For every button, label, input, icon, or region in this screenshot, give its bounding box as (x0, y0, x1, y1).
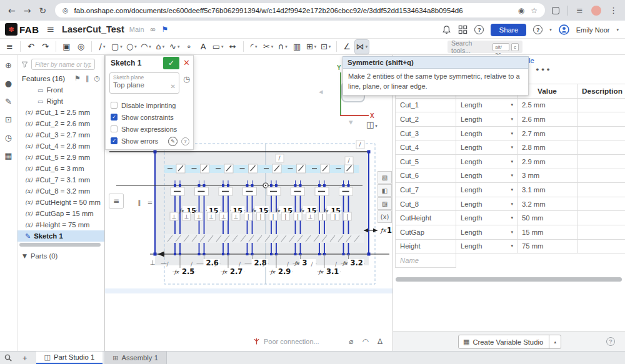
chevron-down-icon[interactable]: ▾ (271, 44, 274, 49)
slot-width-dimension[interactable]: 2.6 (206, 258, 219, 267)
var-desc-cell[interactable] (577, 210, 625, 225)
slot-width-dimension[interactable]: 3.1 (326, 267, 339, 276)
sketch-plane-value[interactable]: Top plane (113, 81, 176, 89)
var-value-cell[interactable]: 3.1 mm (517, 182, 578, 197)
chevron-down-icon[interactable]: ▾ (511, 187, 513, 192)
var-type-cell[interactable]: Length▾ (456, 98, 518, 113)
insert-image-button[interactable]: ⊡▾ (319, 40, 332, 54)
checkbox-row[interactable]: Disable imprinting (111, 99, 191, 111)
slot-button[interactable]: ▭▾ (211, 40, 225, 54)
pattern-button[interactable]: ▥ (291, 40, 304, 54)
suppress-icon[interactable]: ‖ (86, 74, 89, 82)
tables-icon[interactable]: ▦ (4, 152, 12, 160)
protractor-icon[interactable]: ◠ (362, 337, 368, 346)
var-desc-cell[interactable] (577, 197, 625, 212)
offset-button[interactable]: ∩▾ (276, 40, 289, 54)
parts-section[interactable]: ▼ Parts (0) (18, 249, 104, 263)
render-mode-icon[interactable]: ▧ (378, 171, 392, 184)
features-scrollbar[interactable] (19, 243, 101, 247)
chevron-down-icon[interactable]: ▾ (511, 230, 513, 235)
onshape-logo[interactable]: ✽ (5, 23, 18, 36)
checkbox-row[interactable]: Show expressions (111, 123, 191, 135)
rotate-left-arrow-icon[interactable]: ◂ (319, 87, 323, 96)
checkbox-checked[interactable]: ✓ (111, 114, 118, 121)
chevron-down-icon[interactable]: ▾ (178, 44, 180, 49)
notes-icon[interactable]: ✎ (5, 97, 12, 106)
chevron-down-icon[interactable]: ▾ (511, 215, 513, 220)
rotate-down-arrow-icon[interactable]: ▾ (349, 117, 353, 127)
var-desc-cell[interactable] (577, 112, 625, 127)
feature-item[interactable]: ✎Sketch 1 (18, 230, 104, 242)
var-name-cell[interactable]: Cut_5 (395, 154, 456, 169)
var-name-cell[interactable]: CutGap (395, 225, 456, 240)
var-value-cell[interactable]: 2.8 mm (517, 140, 578, 155)
chevron-down-icon[interactable]: ▾ (511, 145, 513, 150)
user-name[interactable]: Emily Noor (576, 26, 610, 34)
var-name-cell[interactable]: Cut_3 (395, 126, 456, 141)
spline-button[interactable]: ∿▾ (168, 40, 181, 54)
var-value-cell[interactable]: 2.6 mm (517, 112, 578, 127)
checkbox-checked[interactable]: ✓ (111, 137, 118, 144)
var-type-cell[interactable]: Length▾ (456, 182, 518, 197)
checkbox-unchecked[interactable] (111, 125, 118, 132)
undo-button[interactable]: ↶ (24, 40, 38, 54)
var-value-cell[interactable]: 2.5 mm (517, 98, 578, 113)
var-type-cell[interactable]: Length▾ (456, 239, 518, 254)
checkbox-row[interactable]: ✓Show constraints (111, 111, 191, 123)
checkbox-unchecked[interactable] (111, 102, 118, 109)
var-value-cell[interactable]: 75 mm (517, 239, 578, 254)
feature-item[interactable]: ▭Front (18, 84, 104, 96)
point-button[interactable]: ∘ (182, 40, 196, 54)
chevron-down-icon[interactable]: ▾ (511, 173, 513, 178)
var-desc-cell[interactable] (577, 239, 625, 254)
slot-width-dimension[interactable]: 2.5 (182, 267, 194, 276)
feature-item[interactable]: (x)#Cut_6 = 3 mm (18, 163, 104, 174)
chevron-down-icon[interactable]: ▾ (255, 44, 258, 49)
feature-item[interactable]: (x)#Cut_8 = 3.2 mm (18, 185, 104, 197)
chevron-down-icon[interactable]: ▾ (162, 44, 165, 49)
chevron-down-icon[interactable]: ▾ (221, 44, 224, 49)
chevron-down-icon[interactable]: ▾ (134, 44, 137, 49)
cancel-button[interactable]: ✕ (183, 58, 190, 67)
var-desc-cell[interactable] (577, 182, 625, 197)
configurations-icon[interactable]: ⊡ (5, 116, 12, 124)
notifications-bell-icon[interactable] (442, 25, 451, 34)
feature-item[interactable]: (x)#Height = 75 mm (18, 219, 104, 230)
help-caret-icon[interactable]: ▾ (549, 27, 552, 32)
var-desc-cell[interactable] (577, 126, 625, 141)
chevron-down-icon[interactable]: ▾ (511, 102, 513, 107)
feature-item[interactable]: (x)#CutGap = 15 mm (18, 208, 104, 219)
var-type-cell[interactable]: Length▾ (456, 140, 518, 155)
sketch-options-icon[interactable]: ✎ (168, 137, 178, 146)
chevron-down-icon[interactable]: ▾ (285, 44, 288, 49)
feature-list-flyout-button[interactable]: ≡ (109, 194, 124, 209)
section-view-icon[interactable]: ◧ (378, 184, 392, 197)
link-icon[interactable]: ∞ (150, 25, 156, 34)
create-variable-studio-button[interactable]: ▦ Create Variable Studio ▴ (458, 335, 561, 349)
view-options-button[interactable]: ◫▾ (366, 120, 378, 129)
chevron-down-icon[interactable]: ▾ (366, 44, 368, 49)
var-value-cell[interactable]: 50 mm (517, 210, 578, 225)
rectangle-button[interactable]: ▢▾ (110, 40, 124, 54)
version-graph-icon[interactable] (458, 25, 468, 34)
var-name-cell[interactable]: Cut_6 (395, 169, 456, 184)
var-type-cell[interactable]: Length▾ (456, 126, 518, 141)
slot-width-dimension[interactable]: 2.8 (254, 258, 267, 267)
feature-item[interactable]: (x)#CutHeight = 50 mm (18, 197, 104, 208)
share-button[interactable]: Share (491, 24, 526, 36)
var-name-cell[interactable]: Height (395, 239, 456, 254)
table-scrollbar[interactable] (396, 277, 622, 282)
slot-width-dimension[interactable]: 2.9 (278, 267, 291, 276)
slot-width-dimension[interactable]: 3 (302, 258, 308, 267)
measure-icon[interactable]: ⌀ (349, 337, 353, 346)
mass-properties-icon[interactable]: ∆ (378, 337, 382, 346)
user-menu-caret-icon[interactable]: ▾ (616, 27, 619, 32)
new-variable-name-input[interactable]: Name (395, 253, 456, 268)
chevron-down-icon[interactable]: ▾ (511, 159, 513, 164)
footer-help-icon[interactable]: ? (606, 337, 615, 346)
chevron-down-icon[interactable]: ▾ (120, 44, 122, 49)
symmetric-button[interactable]: ⋈▾ (355, 40, 369, 54)
tab-assembly-1[interactable]: ⊞Assembly 1 (104, 352, 167, 364)
right-gap-dimension[interactable]: 15 (387, 226, 392, 235)
feature-list-toggle-button[interactable]: ≡ (3, 40, 16, 54)
